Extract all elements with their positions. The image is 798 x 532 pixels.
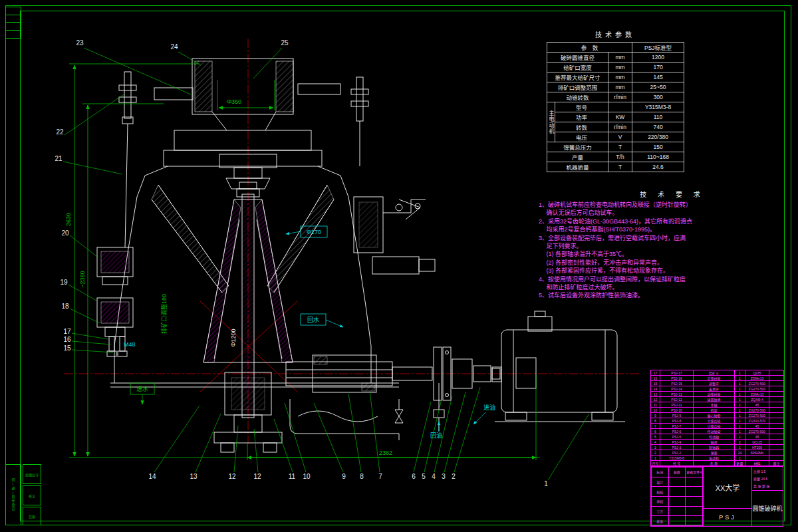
table-row: 产量T/h110~168 [547,152,684,162]
signature-cell [668,506,686,516]
parts-cell: 弹簧 [694,450,735,456]
tech-requirement-line: 2、采用32号齿轮油(GL-30GB443-64)，其它所有的润滑点 [539,217,798,225]
callout-25: 25 [281,39,289,47]
callout-19: 19 [60,279,68,286]
parts-cell: 1 [735,392,745,397]
label-out-water: 回水 [307,316,319,323]
margin-register-box: 借(通)用件登记 [5,464,21,525]
signature-cell: 校核 [652,487,669,497]
tech-requirement-line: 3、全部设备装配完毕后，需进行空载试车四小时，应满 [539,234,798,242]
params-header-model: PSJ标准型 [632,43,684,53]
school-name: XX大学 [704,467,751,508]
param-name: 功率 [555,112,608,122]
parts-cell: 1 [735,381,745,386]
tech-params-table: 参 数 PSJ标准型 破碎圆锥直径mm1200 给矿口宽度mm170 推荐最大给… [547,42,684,172]
param-value: 300 [632,92,684,102]
parts-cell: 球面轴承 [694,397,735,402]
parts-cell: 7 [651,424,660,429]
signature-cell [668,477,686,487]
parts-cell: PSJ-5 [660,434,694,440]
parts-cell: ZG270-500 [745,413,769,418]
parts-cell: PSJ-6 [660,429,694,434]
parts-row: 9PSJ-9偏心轴套1ZG270-500 [651,413,784,418]
parts-row: 10PSJ-10机架1ZG270-500 [651,408,784,413]
callout-18: 18 [61,303,69,310]
parts-header-cell: 序号 [651,461,660,466]
parts-row: 3PSJ-3联轴器1HT200 [651,445,784,450]
label-in-oil: 进油 [483,404,495,411]
callout-14: 14 [148,473,156,480]
callout-10: 10 [303,473,311,480]
tech-requirement-line: 4、按使用情况用户可以提出调整间隙，以保证排矿粒度 [539,275,798,283]
table-row: 弹簧总压力T150 [547,142,684,152]
table-row: 给矿口宽度mm170 [547,63,684,72]
signature-row: 批准 [652,516,703,526]
callout-4: 4 [432,473,436,480]
parts-cell: 9 [651,413,660,418]
parts-cell: PSJ-4 [660,440,694,445]
signature-cell [686,506,703,516]
param-name: 机器质量 [547,162,608,172]
param-value: 220/380 [632,132,684,142]
parts-row: 6PSJ-6传动轴架1ZG270-500 [651,429,784,434]
parts-cell: 1 [735,445,745,450]
parts-row: 14PSJ-14支承环1ZG270-500 [651,386,784,392]
parts-cell: 轴承 [694,440,735,445]
parts-cell: PSJ-8 [660,418,694,424]
table-row: 排矿口调整范围mm25~50 [547,82,684,92]
parts-row: 2PSJ-2弹簧2460Si2Mn [651,450,784,456]
param-unit: T/h [608,152,632,162]
param-value: 110~168 [632,152,684,162]
flow-labels: Φ170 回水 进水 进油 回油 [130,226,495,439]
table-row: 机器质量T24.6 [547,162,684,172]
parts-cell [769,397,784,402]
parts-cell [769,376,784,381]
callout-20: 20 [61,229,69,237]
parts-cell: 2 [735,440,745,445]
parts-cell: 45 [745,434,769,440]
tech-requirement-line: 足下列要求。 [539,242,798,250]
parts-cell: PSJ-7 [660,424,694,429]
callout-24: 24 [170,43,178,51]
dim-m48: M48 [124,341,136,348]
parts-cell: 小锥齿轮 [694,424,735,429]
parts-row: 11PSJ-11主轴145 [651,402,784,408]
motor-group-label: 主电动机 [547,102,555,142]
parts-cell: 12 [651,397,660,402]
mass-value: 质量 24.6 [753,476,781,481]
parts-cell: 1 [735,408,745,413]
tech-requirement-line: (2) 各部密封性能好，无冲击声和异常声音。 [539,259,798,267]
param-unit [608,102,632,112]
signature-cell [668,516,686,526]
parts-cell: 13 [651,392,660,397]
dim-adjust: 排矿口调整180 [160,294,168,334]
scale-value: 比例 1:5 [753,469,781,473]
param-name: 给矿口宽度 [547,63,608,72]
parts-row: 12PSJ-12球面轴承1ZQAl9-4 [651,397,784,402]
parts-cell: 45 [745,424,769,429]
callout-16: 16 [63,336,71,343]
drawing-number: PSJ [704,508,751,526]
dim-350: Φ350 [227,98,241,105]
parts-cell: ZG270-500 [745,408,769,413]
callout-15: 15 [63,344,71,352]
parts-cell: 大锥齿轮 [694,418,735,424]
callout-1: 1 [544,480,548,487]
param-unit: r/min [608,92,632,102]
signature-row: 设计 [652,477,703,487]
parts-cell: 11 [651,402,660,408]
tech-params-title: 技术参数 [547,29,684,39]
parts-cell: 2 [651,450,660,456]
param-name: 产量 [547,152,608,162]
signature-cell [686,477,703,487]
param-value: 170 [632,63,684,72]
parts-row: 1Y315M3-8电动机1 [651,456,784,461]
parts-cell: PSJ-9 [660,413,694,418]
parts-cell: 1 [735,418,745,424]
parts-row: 16PSJ-16定锥衬板1ZGMn13 [651,376,784,381]
parts-cell: ZG270-500 [745,381,769,386]
signature-cell: 标记 [652,467,669,477]
parts-cell [769,408,784,413]
parts-cell: 定锥衬板 [694,376,735,381]
parts-cell: 联轴器 [694,445,735,450]
